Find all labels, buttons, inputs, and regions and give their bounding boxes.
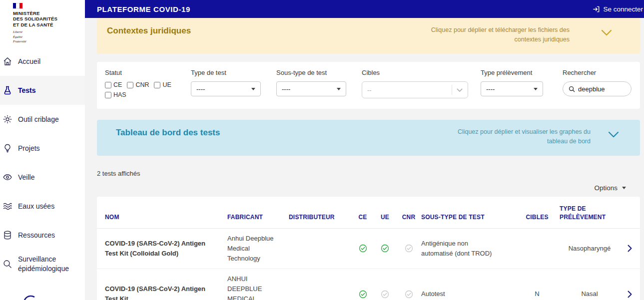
options-dropdown[interactable]: Options <box>97 184 640 192</box>
statut-checkboxes: CE CNR UE HAS <box>105 81 185 98</box>
column-header-cnr[interactable]: CNR <box>396 213 421 222</box>
magnifier-icon <box>2 259 13 270</box>
flask-icon <box>2 85 13 96</box>
sidebar-item-projets[interactable]: Projets <box>0 134 85 163</box>
sous-type-label: Sous-type de test <box>276 69 346 76</box>
top-header: PLATEFORME COVID-19 Se connecter <box>85 0 644 18</box>
ue-status-icon <box>374 244 396 253</box>
chevron-down-icon <box>622 187 626 189</box>
cell-sous-type: Antigénique non automatisé (dont TROD) <box>421 239 515 259</box>
filter-sous-type-de-test: Sous-type de test ---- <box>276 69 346 96</box>
french-flag-icon <box>13 3 22 8</box>
cnr-status-icon <box>396 290 421 299</box>
dashboard-banner[interactable]: Tableau de bord des tests Cliquez pour d… <box>97 120 640 156</box>
sidebar-item-label: Tests <box>18 86 36 95</box>
login-button[interactable]: Se connecter <box>593 5 643 13</box>
app-root: MINISTÈRE DES SOLIDARITÉS ET DE LA SANTÉ… <box>0 0 644 300</box>
cibles-multiselect[interactable]: -- <box>362 81 468 98</box>
ue-status-icon <box>374 290 396 299</box>
sidebar-item-ressources[interactable]: Ressources <box>0 221 85 250</box>
home-icon <box>2 56 13 67</box>
statut-checkbox-ue[interactable]: UE <box>154 81 171 88</box>
ce-status-icon <box>352 244 374 253</box>
type-de-test-select[interactable]: ---- <box>191 81 261 96</box>
ce-checkbox[interactable] <box>105 82 111 88</box>
sidebar-item-veille[interactable]: Veille <box>0 163 85 192</box>
lightbulb-icon <box>2 143 13 154</box>
row-expand-chevron-icon[interactable] <box>620 245 640 252</box>
sous-type-select[interactable]: ---- <box>276 81 346 96</box>
sidebar-item-accueil[interactable]: Accueil <box>0 47 85 76</box>
cell-prelevement: Nasopharyngé <box>560 244 620 254</box>
chevron-down-icon <box>337 88 341 90</box>
legal-contexts-subtitle: Cliquez pour déplier et télécharger les … <box>410 25 570 45</box>
cell-fabricant: ANHUI DEEPBLUE MEDICAL TECHNOLOGY <box>227 274 289 300</box>
selected-value: ---- <box>196 85 205 93</box>
cell-nom: COVID-19 (SARS-CoV-2) Antigen Test Kit <box>105 284 227 300</box>
sidebar-nav: Accueil Tests Outil criblage Projets <box>0 47 85 279</box>
column-header-type-prelevement[interactable]: TYPE DE PRÉLÈVEMENT <box>560 205 615 222</box>
sidebar-item-eaux-usees[interactable]: Eaux usées <box>0 192 85 221</box>
type-prelevement-select[interactable]: ---- <box>481 81 543 96</box>
has-checkbox[interactable] <box>105 92 111 98</box>
sidebar-item-outil-criblage[interactable]: Outil criblage <box>0 105 85 134</box>
table-row[interactable]: COVID-19 (SARS-CoV-2) Antigen Test Kit A… <box>97 269 640 300</box>
column-header-ce[interactable]: CE <box>352 213 374 222</box>
gear-icon <box>2 114 13 125</box>
sidebar-item-label: Veille <box>18 173 34 182</box>
content: Contextes juridiques Cliquez pour déplie… <box>85 18 644 300</box>
search-box <box>563 81 632 96</box>
cell-cibles: N <box>515 289 560 299</box>
ministry-logo: MINISTÈRE DES SOLIDARITÉS ET DE LA SANTÉ… <box>0 0 85 46</box>
sidebar-item-tests[interactable]: Tests <box>0 76 85 105</box>
statut-checkbox-ce[interactable]: CE <box>105 81 122 88</box>
login-label: Se connecter <box>603 5 643 13</box>
waves-icon <box>2 201 13 212</box>
checkbox-label: CNR <box>135 81 149 88</box>
checkbox-label: HAS <box>113 91 126 98</box>
checkbox-label: UE <box>162 81 171 88</box>
search-input[interactable] <box>578 85 626 93</box>
options-label: Options <box>594 184 618 192</box>
sidebar-item-label: Surveillance épidémiologique <box>18 255 81 274</box>
column-header-ue[interactable]: UE <box>374 213 396 222</box>
selected-value: ---- <box>486 85 495 93</box>
tests-table: NOM FABRICANT DISTRIBUTEUR CE UE CNR SOU… <box>97 197 640 300</box>
column-header-fabricant[interactable]: FABRICANT <box>227 213 289 222</box>
column-header-sous-type[interactable]: SOUS-TYPE DE TEST <box>421 213 515 222</box>
divider <box>452 85 452 95</box>
chevron-down-icon[interactable] <box>601 29 612 38</box>
statut-checkbox-has[interactable]: HAS <box>105 91 185 98</box>
column-header-cibles[interactable]: CIBLES <box>515 213 560 222</box>
chevron-down-icon <box>251 88 255 90</box>
table-row[interactable]: COVID-19 (SARS-CoV-2) Antigen Test Kit (… <box>97 229 640 269</box>
cell-nom: COVID-19 (SARS-CoV-2) Antigen Test Kit (… <box>105 239 227 259</box>
sidebar-item-surveillance-epidemiologique[interactable]: Surveillance épidémiologique <box>0 250 85 279</box>
chevron-down-icon <box>534 88 538 90</box>
chevron-down-icon[interactable] <box>608 131 619 140</box>
sidebar-item-label: Accueil <box>18 57 40 66</box>
eye-icon <box>2 172 13 183</box>
main-area: PLATEFORME COVID-19 Se connecter Context… <box>85 0 644 300</box>
filter-type-prelevement: Type prélèvement ---- <box>481 69 543 96</box>
cnr-checkbox[interactable] <box>127 82 133 88</box>
selected-value: ---- <box>282 85 290 93</box>
partial-bottom-icon <box>22 292 35 300</box>
type-prelevement-label: Type prélèvement <box>481 69 543 76</box>
ce-status-icon <box>352 290 374 299</box>
statut-checkbox-cnr[interactable]: CNR <box>127 81 149 88</box>
legal-contexts-banner[interactable]: Contextes juridiques Cliquez pour déplie… <box>97 18 640 54</box>
column-header-nom[interactable]: NOM <box>105 213 227 222</box>
cnr-status-icon <box>396 244 421 253</box>
dashboard-subtitle: Cliquez pour déplier et visualiser les g… <box>441 127 591 147</box>
ue-checkbox[interactable] <box>154 82 160 88</box>
cell-fabricant: Anhui Deepblue Medical Technology <box>227 234 289 264</box>
table-header-row: NOM FABRICANT DISTRIBUTEUR CE UE CNR SOU… <box>97 197 640 229</box>
row-expand-chevron-icon[interactable] <box>620 291 640 298</box>
sidebar: MINISTÈRE DES SOLIDARITÉS ET DE LA SANTÉ… <box>0 0 85 300</box>
filters-panel: Statut CE CNR UE HAS Type de test ---- <box>97 62 640 109</box>
sidebar-item-label: Projets <box>18 144 40 153</box>
sidebar-item-label: Outil criblage <box>18 115 59 124</box>
column-header-distributeur[interactable]: DISTRIBUTEUR <box>289 213 352 222</box>
rechercher-label: Rechercher <box>563 69 632 76</box>
